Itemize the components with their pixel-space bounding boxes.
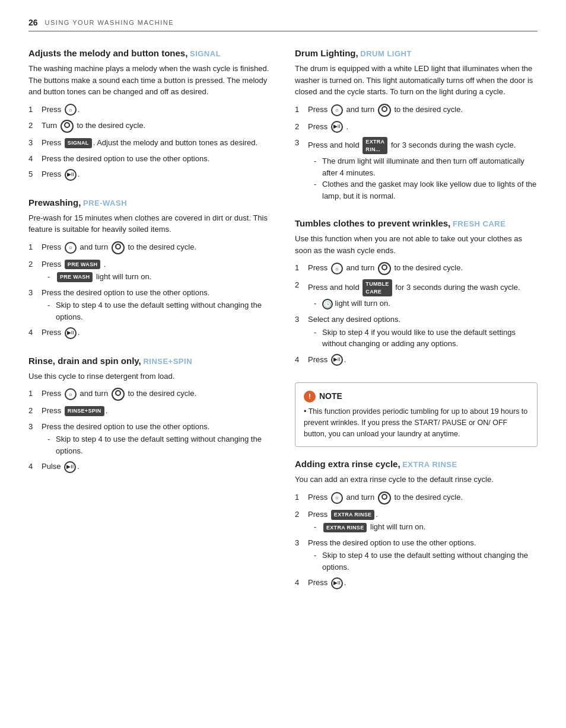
step-content: Press the desired option to use the othe… bbox=[308, 537, 538, 573]
section-signal: Adjusts the melody and button tones, SIG… bbox=[28, 48, 271, 181]
step-num: 2 bbox=[28, 405, 39, 417]
knob-icon bbox=[112, 388, 125, 401]
step-content: Press the desired option to use the othe… bbox=[42, 153, 271, 165]
step-num: 2 bbox=[28, 120, 39, 132]
drumlight-subtitle: DRUM LIGHT bbox=[360, 49, 412, 58]
step-content: Press and hold TUMBLECARE for 3 seconds … bbox=[308, 279, 538, 309]
extrarinse-desc: You can add an extra rinse cycle to the … bbox=[295, 474, 538, 486]
circle-o-icon: ○ bbox=[331, 263, 343, 274]
left-column: Adjusts the melody and button tones, SIG… bbox=[28, 48, 271, 606]
prewash-step-4: 4 Press ▶II. bbox=[28, 327, 271, 339]
step-num: 1 bbox=[28, 241, 39, 253]
page-header: 26 USING YOUR WASHING MACHINE bbox=[28, 18, 538, 31]
extrarinse-btn: EXTRA RINSE bbox=[331, 510, 374, 520]
step-content: Press ○ and turn to the desired cycle. bbox=[308, 491, 538, 505]
page-number: 26 bbox=[28, 18, 38, 27]
prewash-btn-small: PRE WASH bbox=[57, 272, 93, 282]
drumlight-step-3: 3 Press and hold EXTRARIN... for 3 secon… bbox=[295, 137, 538, 202]
sub-item: The drum light will illuminate and then … bbox=[314, 155, 538, 178]
circle-o-icon: ○ bbox=[65, 242, 77, 254]
rinsespin-step-2: 2 Press RINSE+SPIN. bbox=[28, 405, 271, 417]
step-num: 4 bbox=[295, 577, 306, 589]
signal-step-2: 2 Turn to the desired cycle. bbox=[28, 120, 271, 133]
play-icon: ▶II bbox=[331, 121, 343, 133]
signal-subtitle: SIGNAL bbox=[190, 49, 221, 58]
prewash-steps: 1 Press ○ and turn to the desired cycle.… bbox=[28, 241, 271, 339]
step-num: 2 bbox=[28, 258, 39, 270]
right-column: Drum Lighting, DRUM LIGHT The drum is eq… bbox=[295, 48, 538, 606]
note-icon: ! bbox=[304, 391, 316, 403]
signal-btn: SIGNAL bbox=[65, 138, 92, 148]
rinsespin-title-line: Rinse, drain and spin only, RINSE+SPIN bbox=[28, 356, 271, 366]
play-icon: ▶II bbox=[331, 354, 343, 366]
play-icon: ▶II bbox=[65, 169, 77, 181]
freshcare-subtitle: FRESH CARE bbox=[453, 219, 506, 228]
rinsespin-title: Rinse, drain and spin only, bbox=[28, 356, 141, 366]
signal-title-line: Adjusts the melody and button tones, SIG… bbox=[28, 48, 271, 58]
play-icon: ▶II bbox=[64, 461, 76, 473]
play-icon: ▶II bbox=[331, 577, 343, 589]
step-content: Press ○ and turn to the desired cycle. bbox=[42, 241, 271, 254]
extrarinse-subtitle: EXTRA RINSE bbox=[402, 460, 457, 469]
circle-o-icon: ○ bbox=[65, 388, 77, 400]
columns: Adjusts the melody and button tones, SIG… bbox=[28, 48, 538, 606]
freshcare-title: Tumbles clothes to prevent wrinkles, bbox=[295, 218, 450, 228]
step-num: 4 bbox=[295, 354, 306, 366]
rinsespin-subtitle: RINSE+SPIN bbox=[143, 357, 192, 366]
sub-item: Skip to step 4 to use the default settin… bbox=[47, 433, 271, 456]
signal-step-1: 1 Press ○. bbox=[28, 104, 271, 116]
sub-item: Skip to step 4 to use the default settin… bbox=[47, 299, 271, 323]
step-content: Turn to the desired cycle. bbox=[42, 120, 271, 133]
step-content: Press ○ and turn to the desired cycle. bbox=[42, 388, 271, 401]
sub-item: Skip to step 4 if you would like to use … bbox=[314, 327, 538, 350]
circle-o-icon: ○ bbox=[331, 492, 343, 504]
note-body: This function provides periodic tumbling… bbox=[304, 407, 527, 438]
sub-item: EXTRA RINSE light will turn on. bbox=[314, 521, 538, 533]
step-num: 1 bbox=[28, 104, 39, 116]
page-header-title: USING YOUR WASHING MACHINE bbox=[45, 19, 174, 26]
extrarinse-sublist: EXTRA RINSE light will turn on. bbox=[308, 521, 538, 533]
step-content: Press SIGNAL. Adjust the melody and butt… bbox=[42, 137, 271, 149]
extrarin-btn: EXTRARIN... bbox=[363, 137, 387, 154]
step-content: Press ▶II. bbox=[308, 577, 538, 589]
drumlight-title-line: Drum Lighting, DRUM LIGHT bbox=[295, 48, 538, 58]
section-prewash: Prewashing, PRE-WASH Pre-wash for 15 min… bbox=[28, 197, 271, 339]
step-num: 4 bbox=[28, 461, 39, 472]
section-extrarinse: Adding extra rinse cycle, EXTRA RINSE Yo… bbox=[295, 459, 538, 589]
section-freshcare: Tumbles clothes to prevent wrinkles, FRE… bbox=[295, 218, 538, 366]
step-num: 3 bbox=[295, 314, 306, 325]
rinsespin-sublist: Skip to step 4 to use the default settin… bbox=[42, 433, 271, 456]
step-num: 2 bbox=[295, 509, 306, 521]
drumlight-steps: 1 Press ○ and turn to the desired cycle.… bbox=[295, 104, 538, 202]
step-num: 3 bbox=[28, 287, 39, 299]
signal-title: Adjusts the melody and button tones, bbox=[28, 48, 187, 58]
rinsespin-step-3: 3 Press the desired option to use the ot… bbox=[28, 421, 271, 457]
drumlight-step-2: 2 Press ▶II . bbox=[295, 121, 538, 133]
signal-steps: 1 Press ○. 2 Turn to the desired cycle. … bbox=[28, 104, 271, 181]
rinsespin-desc: Use this cycle to rinse detergent from l… bbox=[28, 371, 271, 382]
signal-step-4: 4 Press the desired option to use the ot… bbox=[28, 153, 271, 165]
prewash-step-2: 2 Press PRE WASH . PRE WASH light will t… bbox=[28, 258, 271, 283]
prewash-subtitle: PRE-WASH bbox=[83, 199, 127, 207]
rinsespin-steps: 1 Press ○ and turn to the desired cycle.… bbox=[28, 388, 271, 473]
prewash-title-line: Prewashing, PRE-WASH bbox=[28, 197, 271, 207]
freshcare-step-4: 4 Press ▶II. bbox=[295, 354, 538, 366]
prewash-btn: PRE WASH bbox=[65, 260, 100, 270]
note-title: ! NOTE bbox=[304, 390, 529, 403]
knob-icon bbox=[61, 120, 74, 133]
note-text: • This function provides periodic tumbli… bbox=[304, 406, 529, 439]
signal-step-5: 5 Press ▶II. bbox=[28, 168, 271, 181]
step-num: 4 bbox=[28, 153, 39, 165]
step-num: 1 bbox=[295, 491, 306, 503]
play-icon: ▶II bbox=[65, 327, 77, 339]
step-num: 1 bbox=[295, 104, 306, 116]
extrarinse-step-1: 1 Press ○ and turn to the desired cycle. bbox=[295, 491, 538, 505]
signal-step-3: 3 Press SIGNAL. Adjust the melody and bu… bbox=[28, 137, 271, 149]
knob-icon bbox=[378, 491, 391, 505]
step-num: 3 bbox=[295, 537, 306, 549]
knob-icon bbox=[378, 262, 391, 275]
section-rinsespin: Rinse, drain and spin only, RINSE+SPIN U… bbox=[28, 356, 271, 473]
freshcare-step-1: 1 Press ○ and turn to the desired cycle. bbox=[295, 262, 538, 275]
freshcare-step-3: 3 Select any desired options. Skip to st… bbox=[295, 314, 538, 350]
step-num: 3 bbox=[295, 137, 306, 149]
